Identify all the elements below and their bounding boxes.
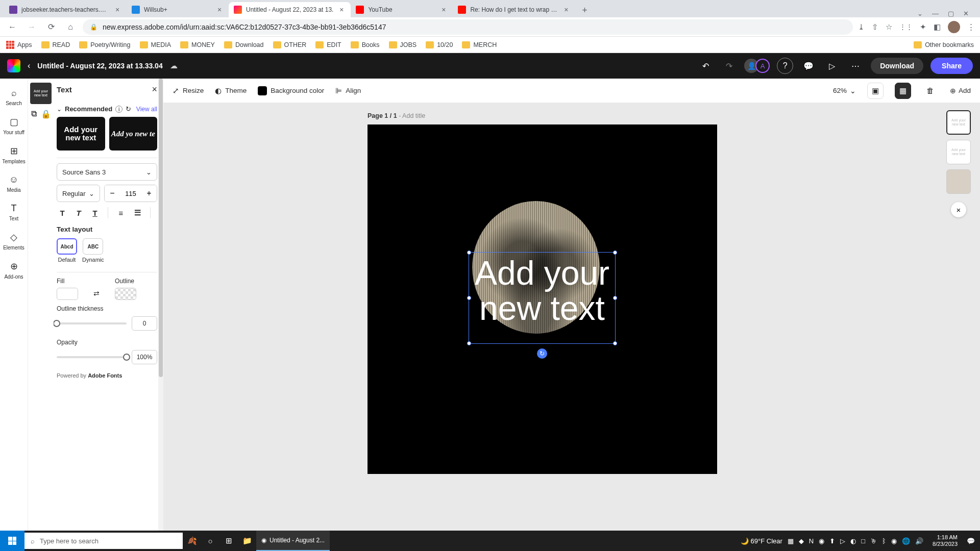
tray-icon[interactable]: ⬆	[829, 537, 835, 545]
bookmark-folder[interactable]: JOBS	[389, 41, 417, 48]
close-layers-icon[interactable]: ×	[951, 202, 966, 217]
bookmark-folder[interactable]: 10/20	[426, 41, 453, 48]
share-url-icon[interactable]: ⇧	[872, 22, 878, 32]
panel-mini-preview[interactable]: Add your new text	[30, 83, 52, 104]
rail-your-stuff[interactable]: ▢Your stuff	[0, 113, 28, 138]
thickness-slider[interactable]	[57, 322, 127, 324]
list-icon[interactable]: ☰	[132, 207, 143, 218]
layout-default[interactable]: AbcdDefault	[57, 238, 77, 263]
collaborators[interactable]: 👤 A	[744, 59, 770, 73]
resize-handle[interactable]	[467, 341, 471, 345]
weather-widget[interactable]: 🌙 69°F Clear	[741, 537, 782, 545]
view-all-link[interactable]: View all	[136, 106, 157, 113]
info-icon[interactable]: i	[115, 106, 122, 113]
opacity-value[interactable]: 100%	[132, 350, 157, 364]
align-button[interactable]: ⊫Align	[335, 86, 361, 95]
fill-color-swatch[interactable]	[57, 288, 78, 300]
tray-icon[interactable]: ◉	[819, 537, 824, 545]
rail-addons[interactable]: ⊕Add-ons	[0, 258, 28, 283]
document-title[interactable]: Untitled - August 22, 2023 at 13.33.04	[37, 62, 162, 70]
close-icon[interactable]: ×	[337, 6, 346, 14]
tray-icon[interactable]: ◉	[891, 537, 897, 545]
refresh-icon[interactable]: ↻	[126, 105, 131, 113]
back-button[interactable]: ‹	[28, 61, 30, 70]
sidepanel-icon[interactable]: ◧	[934, 22, 941, 32]
back-icon[interactable]: ←	[5, 20, 19, 34]
decrease-button[interactable]: −	[105, 185, 120, 202]
adobe-express-logo[interactable]	[7, 59, 20, 72]
taskbar-app[interactable]: ◉Untitled - August 2...	[256, 531, 330, 551]
rail-media[interactable]: ☺Media	[0, 171, 28, 196]
bookmark-folder[interactable]: MEDIA	[140, 41, 172, 48]
google-icon[interactable]: ⋮⋮	[899, 23, 913, 31]
page-label[interactable]: Page 1 / 1 - Add title	[368, 112, 425, 119]
present-icon[interactable]: ▷	[824, 58, 840, 74]
text-element-selected[interactable]: Add your new text ↻	[469, 252, 616, 344]
profile-avatar[interactable]	[948, 21, 960, 33]
bgcolor-button[interactable]: Background color	[258, 86, 324, 95]
lock-icon[interactable]: 🔒	[41, 109, 51, 119]
minimize-icon[interactable]: —	[932, 10, 939, 17]
apps-shortcut[interactable]: Apps	[6, 41, 32, 49]
resize-handle[interactable]	[467, 251, 471, 255]
tray-icon[interactable]: ▷	[840, 537, 845, 545]
duplicate-icon[interactable]: ⧉	[31, 109, 37, 118]
menu-icon[interactable]: ⋮	[967, 22, 975, 32]
new-tab-button[interactable]: +	[577, 3, 592, 17]
font-family-select[interactable]: Source Sans 3⌄	[57, 163, 157, 181]
undo-icon[interactable]: ↶	[697, 58, 714, 74]
tray-icon[interactable]: 🖰	[870, 537, 877, 545]
rail-templates[interactable]: ⊞Templates	[0, 142, 28, 167]
volume-icon[interactable]: 🔊	[915, 537, 923, 545]
panel-scrollbar[interactable]	[158, 79, 163, 531]
style-recommendation[interactable]: Add your new text	[57, 117, 105, 151]
tray-icon[interactable]: □	[861, 537, 865, 545]
bookmark-folder[interactable]: EDIT	[315, 41, 341, 48]
resize-handle[interactable]	[613, 251, 617, 255]
help-icon[interactable]: ?	[777, 58, 793, 74]
tray-icon[interactable]: ◐	[850, 537, 856, 545]
layer-thumb[interactable]	[946, 169, 971, 194]
bluetooth-icon[interactable]: ᛒ	[882, 537, 886, 545]
url-input[interactable]: 🔒 new.express.adobe.com/id/urn:aaid:sc:V…	[83, 19, 853, 35]
close-icon[interactable]: ×	[215, 6, 224, 14]
download-button[interactable]: Download	[871, 58, 923, 74]
close-panel-icon[interactable]: ×	[152, 84, 157, 95]
close-icon[interactable]: ×	[562, 6, 570, 14]
bookmark-folder[interactable]: Books	[351, 41, 380, 48]
view-mode-single[interactable]: ▣	[867, 83, 884, 99]
bookmark-folder[interactable]: READ	[41, 41, 70, 48]
rail-search[interactable]: ⌕Search	[0, 85, 28, 109]
resize-handle[interactable]	[613, 296, 617, 300]
chevron-down-icon[interactable]: ⌄	[57, 106, 62, 113]
thickness-value[interactable]: 0	[132, 316, 157, 331]
view-mode-grid[interactable]: ▦	[895, 83, 911, 99]
tray-icon[interactable]: ▦	[788, 537, 794, 545]
layout-dynamic[interactable]: ABCDynamic	[82, 238, 104, 263]
bookmark-folder[interactable]: Poetry/Writing	[79, 41, 130, 48]
underline-icon[interactable]: T	[89, 207, 101, 218]
forward-icon[interactable]: →	[24, 20, 39, 34]
artboard[interactable]: Add your new text ↻	[368, 124, 717, 474]
news-widget-icon[interactable]: 🍂	[183, 531, 201, 551]
file-explorer-icon[interactable]: 📁	[238, 531, 256, 551]
bookmark-folder[interactable]: MERCH	[462, 41, 497, 48]
home-icon[interactable]: ⌂	[63, 20, 78, 34]
zoom-control[interactable]: 62%⌄	[833, 87, 856, 95]
browser-tab[interactable]: Re: How do I get text to wrap arc×	[453, 2, 575, 17]
more-icon[interactable]: ⋯	[847, 58, 864, 74]
install-icon[interactable]: ⤓	[858, 22, 865, 32]
increase-button[interactable]: +	[141, 185, 157, 202]
swap-icon[interactable]: ⇄	[93, 289, 100, 297]
browser-tab[interactable]: YouTube×	[351, 2, 453, 17]
notifications-icon[interactable]: 💬	[967, 537, 975, 545]
cortana-icon[interactable]: ○	[201, 531, 219, 551]
extensions-icon[interactable]: ✦	[920, 22, 926, 32]
comment-icon[interactable]: 💬	[800, 58, 817, 74]
share-button[interactable]: Share	[930, 58, 973, 74]
browser-tab[interactable]: Willsub+×	[127, 2, 229, 17]
maximize-icon[interactable]: ▢	[948, 10, 954, 17]
star-icon[interactable]: ☆	[886, 22, 892, 32]
outline-color-swatch[interactable]	[115, 288, 136, 300]
tray-icon[interactable]: N	[809, 537, 814, 545]
